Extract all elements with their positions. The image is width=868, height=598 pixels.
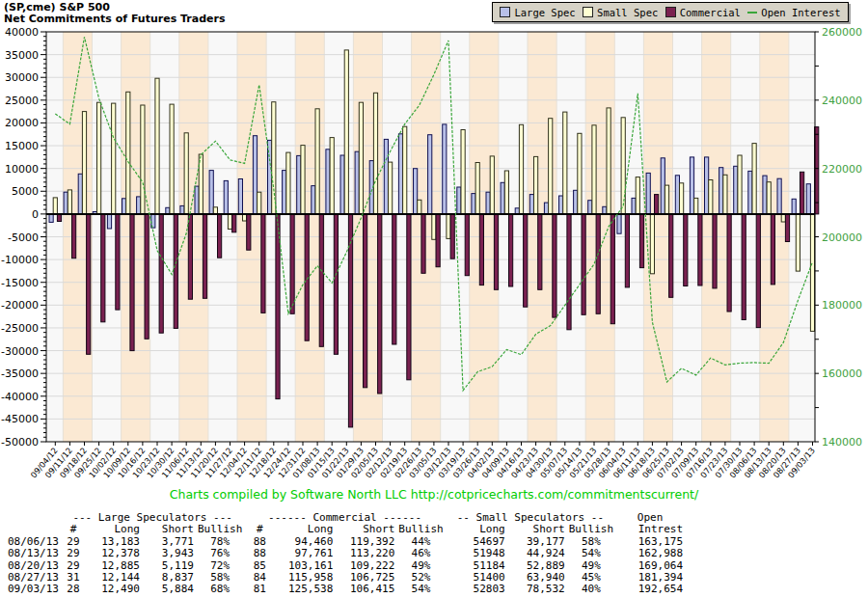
bar-small-spec [213,207,217,214]
bar-commercial [436,214,440,267]
table-cell: 125,538 [275,584,335,595]
bar-large-spec [646,173,650,214]
bar-small-spec [373,93,377,214]
left-axis-label: 30000 [5,71,39,84]
bar-small-spec [549,119,553,214]
bar-commercial [625,214,629,287]
bar-small-spec [359,102,363,214]
bar-large-spec [355,151,359,214]
bar-large-spec [428,135,432,214]
bar-small-spec [752,144,756,214]
bar-large-spec [675,176,679,214]
table-cell: 88 [244,548,275,559]
bar-commercial [72,214,76,258]
bar-large-spec [443,124,447,214]
bar-commercial [261,214,265,313]
bar-commercial [159,214,163,333]
bar-large-spec [472,194,475,214]
left-axis-label: -40000 [1,391,39,403]
bar-large-spec [78,174,82,214]
bar-small-spec [636,177,639,214]
table-column-header: Long [86,524,142,535]
bar-small-spec [170,104,174,214]
bar-commercial [742,214,746,320]
bar-small-spec [796,214,800,271]
bar-large-spec [312,186,315,214]
right-axis-label: 180000 [822,299,862,312]
table-cell: 52803 [446,584,507,595]
left-axis-label: 35000 [5,49,39,62]
bar-small-spec [723,175,727,214]
bar-commercial [276,214,280,399]
table-column-header: Short [507,524,567,535]
bar-small-spec [665,185,668,214]
bar-large-spec [224,180,228,214]
bar-commercial [567,214,571,330]
left-axis-label: -45000 [1,413,39,425]
bar-small-spec [155,78,159,214]
bar-commercial [596,214,600,313]
left-axis-label: 20000 [5,117,39,129]
table-cell: 113,220 [335,548,396,559]
bar-large-spec [588,201,592,214]
bar-commercial [57,214,61,222]
bar-small-spec [243,214,247,221]
left-axis-label: -15000 [1,277,39,289]
bar-small-spec [199,154,203,214]
bar-commercial [145,214,149,339]
table-cell: 51948 [446,548,507,559]
bar-large-spec [529,195,533,214]
bar-commercial [174,214,177,329]
bar-small-spec [461,130,465,214]
table-cell: 12,490 [86,584,142,595]
bar-commercial [727,214,731,312]
bar-large-spec [326,150,330,214]
bar-large-spec [661,158,665,214]
cot-data-table-wrap: --- Large Speculators --------- Commerci… [6,512,685,596]
cot-chart-page: (SP,cme) S&P 500 Net Commitments of Futu… [0,0,868,598]
bar-small-spec [301,146,305,214]
bar-commercial [465,214,469,276]
right-axis-label: 200000 [822,231,862,244]
bar-large-spec [763,176,767,214]
bar-small-spec [141,105,145,214]
bar-small-spec [403,126,407,214]
bar-commercial [450,214,454,258]
bar-commercial [378,214,382,394]
right-axis-label: 260000 [822,26,862,39]
bar-small-spec [184,133,188,214]
bar-small-spec [258,192,261,214]
bar-small-spec [389,162,393,214]
bar-small-spec [490,156,494,214]
bar-commercial [188,214,192,299]
bar-commercial [393,214,396,344]
bar-commercial [232,214,236,232]
bar-commercial [247,214,251,250]
bar-commercial [713,214,717,288]
table-cell: 192,654 [615,584,685,595]
bar-large-spec [195,186,199,214]
bar-large-spec [806,184,810,214]
table-column-header: Long [275,524,335,535]
bar-commercial [364,214,367,388]
table-column-header: # [244,524,275,535]
table-cell: 54% [567,548,615,559]
bar-large-spec [253,136,257,214]
bar-commercial [479,214,483,285]
bar-small-spec [607,108,610,214]
bar-large-spec [283,171,286,214]
bar-commercial [494,214,498,289]
bar-commercial [684,214,688,286]
bar-small-spec [82,112,86,214]
bar-commercial [87,214,91,354]
bar-large-spec [705,157,709,214]
bar-large-spec [544,203,548,214]
bar-commercial [610,214,614,324]
bar-small-spec [563,112,567,214]
bar-large-spec [559,196,563,214]
bar-small-spec [315,109,319,214]
bar-small-spec [432,214,436,239]
table-cell: 81 [244,584,275,595]
left-axis-label: -20000 [1,299,39,312]
left-axis-label: -35000 [1,367,39,380]
